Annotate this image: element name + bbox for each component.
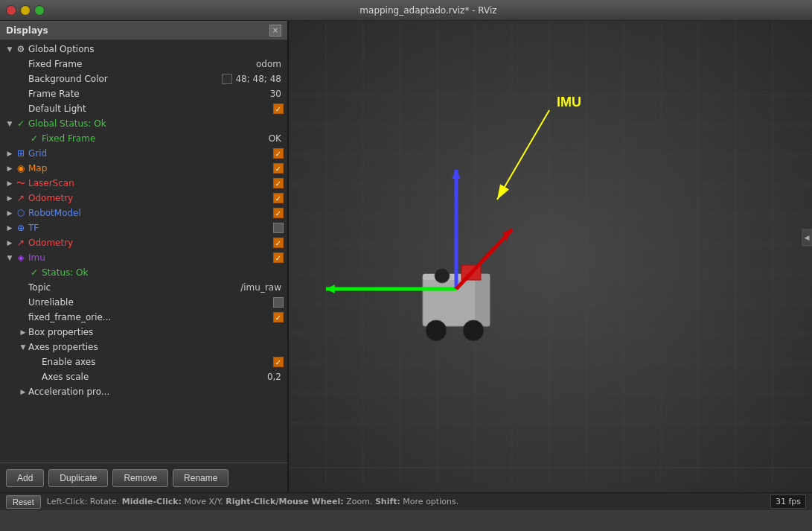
expand-arrow[interactable]: ▼ <box>18 342 28 352</box>
svg-point-32 <box>463 320 484 341</box>
tf-icon: ⊕ <box>15 222 27 234</box>
viewport[interactable]: IMU ◀ <box>289 21 812 492</box>
tree-row[interactable]: ▶ ⊞ Grid ✓ <box>0 146 287 161</box>
row-label: Fixed Frame <box>42 133 269 144</box>
fps-display: 31 fps <box>770 495 806 509</box>
visibility-checkbox[interactable]: ✓ <box>272 103 284 115</box>
visibility-checkbox[interactable] <box>272 222 284 234</box>
tree-row[interactable]: ▼ ⚙ Global Options <box>0 42 287 57</box>
close-button[interactable] <box>6 5 16 16</box>
expand-arrow[interactable]: ▶ <box>4 193 15 203</box>
tree-row[interactable]: ▶ ↗ Odometry ✓ <box>0 191 287 206</box>
row-label: Enable axes <box>42 357 272 367</box>
visibility-checkbox[interactable]: ✓ <box>272 162 284 174</box>
tree-row[interactable]: Enable axes ✓ <box>0 354 287 369</box>
expand-arrow[interactable]: ▼ <box>4 118 15 129</box>
row-label: Status: Ok <box>42 267 286 278</box>
row-label: Map <box>28 163 272 174</box>
status-hint: Left-Click: Rotate. Middle-Click: Move X… <box>47 497 458 506</box>
tree-row[interactable]: Background Color 48; 48; 48 <box>0 71 287 86</box>
tree-row[interactable]: Fixed Frame odom <box>0 57 287 71</box>
expand-arrow[interactable]: ▶ <box>4 178 15 188</box>
tree-row[interactable]: ▼ ◈ Imu ✓ <box>0 250 287 265</box>
visibility-checkbox[interactable]: ✓ <box>272 207 284 219</box>
displays-close-button[interactable]: × <box>269 25 281 36</box>
tree-row[interactable]: ▼ Axes properties <box>0 340 287 354</box>
bottom-buttons: Add Duplicate Remove Rename <box>0 462 287 492</box>
reset-button[interactable]: Reset <box>6 495 41 509</box>
maximize-button[interactable] <box>34 5 45 16</box>
remove-button[interactable]: Remove <box>112 469 168 487</box>
status-bar: Reset Left-Click: Rotate. Middle-Click: … <box>0 492 812 510</box>
row-label: Box properties <box>28 327 286 337</box>
odometry-icon: ↗ <box>15 192 27 204</box>
duplicate-button[interactable]: Duplicate <box>48 469 108 487</box>
expand-arrow[interactable]: ▶ <box>4 148 15 159</box>
check-icon: ✓ <box>28 133 40 144</box>
row-label: Acceleration pro... <box>28 387 286 397</box>
visibility-checkbox[interactable]: ✓ <box>272 192 284 204</box>
expand-arrow[interactable]: ▶ <box>4 163 15 174</box>
tree-row[interactable]: ▶ ⬡ RobotModel ✓ <box>0 206 287 220</box>
visibility-checkbox[interactable]: ✓ <box>272 237 284 249</box>
visibility-checkbox[interactable]: ✓ <box>272 311 284 323</box>
minimize-button[interactable] <box>20 5 31 16</box>
row-label: Global Status: Ok <box>28 118 286 129</box>
row-label: Default Light <box>28 104 272 114</box>
tree-row[interactable]: ✓ Status: Ok <box>0 265 287 280</box>
gear-icon: ⚙ <box>15 43 27 55</box>
grid-lines: IMU ◀ <box>289 21 812 492</box>
tree-row[interactable]: ▶ Box properties <box>0 325 287 340</box>
check-icon: ✓ <box>15 118 27 130</box>
odometry-icon: ↗ <box>15 237 27 249</box>
window-controls[interactable] <box>6 5 45 16</box>
tree-row[interactable]: ▶ 〜 LaserScan ✓ <box>0 176 287 191</box>
grid-icon: ⊞ <box>15 147 27 159</box>
visibility-checkbox[interactable]: ✓ <box>272 147 284 159</box>
add-button[interactable]: Add <box>6 469 44 487</box>
tree-row[interactable]: Frame Rate 30 <box>0 86 287 101</box>
visibility-checkbox[interactable]: ✓ <box>272 252 284 264</box>
row-label: Global Options <box>28 44 286 54</box>
tree-row[interactable]: Topic /imu_raw <box>0 280 287 295</box>
displays-header: Displays × <box>0 21 287 40</box>
visibility-checkbox[interactable] <box>272 296 284 308</box>
window-title: mapping_adaptado.rviz* - RViz <box>51 5 806 16</box>
rename-button[interactable]: Rename <box>173 469 228 487</box>
row-label: Topic <box>28 282 240 293</box>
row-value: /imu_raw <box>240 282 286 293</box>
tree-row[interactable]: ▶ Acceleration pro... <box>0 384 287 399</box>
main-layout: Displays × ▼ ⚙ Global Options Fixed Fram… <box>0 21 812 492</box>
map-icon: ◉ <box>15 162 27 174</box>
tree-row[interactable]: Default Light ✓ <box>0 101 287 116</box>
displays-panel: Displays × ▼ ⚙ Global Options Fixed Fram… <box>0 21 289 492</box>
expand-arrow[interactable]: ▶ <box>18 387 28 397</box>
tree-row[interactable]: Axes scale 0,2 <box>0 369 287 384</box>
row-label: LaserScan <box>28 178 272 188</box>
tree-area[interactable]: ▼ ⚙ Global Options Fixed Frame odom Back… <box>0 40 287 462</box>
expand-arrow[interactable]: ▶ <box>4 208 15 218</box>
tree-row[interactable]: ▶ ⊕ TF <box>0 220 287 235</box>
check-icon: ✓ <box>28 267 40 279</box>
expand-arrow[interactable]: ▼ <box>4 252 15 263</box>
visibility-checkbox[interactable]: ✓ <box>272 177 284 189</box>
tree-row[interactable]: ▶ ↗ Odometry ✓ <box>0 235 287 250</box>
laser-icon: 〜 <box>15 177 27 189</box>
tree-row[interactable]: fixed_frame_orie... ✓ <box>0 310 287 325</box>
row-label: Unreliable <box>28 297 272 308</box>
row-label: Imu <box>28 252 272 263</box>
tree-row[interactable]: Unreliable <box>0 295 287 310</box>
imu-icon: ◈ <box>15 252 27 264</box>
expand-arrow[interactable]: ▶ <box>4 238 15 248</box>
visibility-checkbox[interactable]: ✓ <box>272 356 284 368</box>
tree-row[interactable]: ▶ ◉ Map ✓ <box>0 161 287 176</box>
row-label: fixed_frame_orie... <box>28 312 272 322</box>
row-label: Axes properties <box>28 342 286 352</box>
tree-row[interactable]: ✓ Fixed Frame OK <box>0 131 287 146</box>
tree-row[interactable]: ▼ ✓ Global Status: Ok <box>0 116 287 131</box>
expand-arrow[interactable]: ▶ <box>4 223 15 233</box>
expand-arrow[interactable]: ▶ <box>18 327 28 337</box>
svg-point-31 <box>426 320 447 341</box>
expand-arrow[interactable]: ▼ <box>4 44 15 54</box>
row-label: Axes scale <box>42 372 267 382</box>
